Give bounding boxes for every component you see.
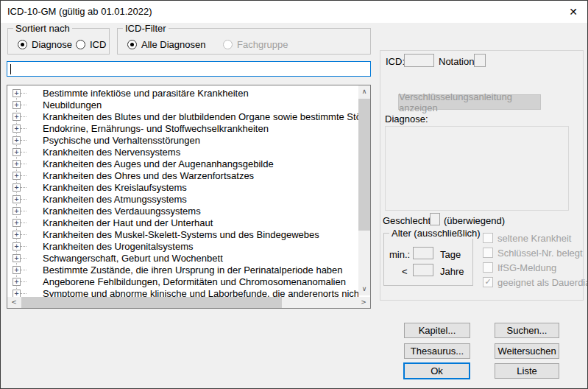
tree-connector: [21, 175, 26, 176]
icd-field: [404, 54, 434, 67]
tree-item-label: Krankheiten des Atmungssystems: [43, 194, 187, 205]
tree-item-label: Angeborene Fehlbildungen, Deformitäten u…: [43, 276, 346, 287]
tree-rows: Bestimmte infektiöse und parasitäre Kran…: [7, 85, 358, 297]
checkbox-label: Schlüssel-Nr. belegt: [497, 248, 583, 259]
expand-plus-icon[interactable]: [13, 183, 21, 192]
text-caret: [10, 64, 11, 74]
liste-button[interactable]: Liste: [495, 363, 559, 379]
tree-item[interactable]: Krankheiten des Auges und der Augenanhan…: [7, 158, 358, 169]
checkbox-label: geeignet als Dauerdia: [497, 277, 588, 288]
expand-plus-icon[interactable]: [13, 148, 21, 156]
scroll-left-icon[interactable]: <: [8, 297, 20, 308]
checkbox-label: seltene Krankheit: [497, 233, 571, 244]
filter-group-label: ICD-Filter: [123, 23, 169, 34]
expand-plus-icon[interactable]: [13, 136, 21, 144]
icd10-dialog: ICD-10-GM (gültig ab 01.01.2022) ✕ Sorti…: [0, 0, 588, 389]
ok-button[interactable]: Ok: [403, 362, 470, 379]
tree-item-label: Krankheiten des Auges und der Augenanhan…: [43, 158, 274, 169]
checkbox-icon: [483, 262, 493, 273]
flag-checkbox-row: IfSG-Meldung: [483, 260, 588, 275]
tree-connector: [21, 222, 26, 223]
tree-item[interactable]: Symptome und abnorme klinische und Labor…: [7, 287, 358, 297]
radio-icd-icon[interactable]: [76, 40, 85, 49]
tree-item-label: Endokrine, Ernährungs- und Stoffwechselk…: [43, 123, 269, 134]
geschlecht-label: Geschlecht:: [383, 215, 433, 226]
expand-plus-icon[interactable]: [13, 254, 21, 262]
tree-item[interactable]: Endokrine, Ernährungs- und Stoffwechselk…: [7, 122, 358, 134]
tree-connector: [21, 105, 26, 105]
tree-connector: [21, 281, 26, 282]
kapitel-button[interactable]: Kapitel...: [404, 323, 470, 338]
vertical-scrollbar[interactable]: ∧ ∨: [358, 85, 370, 295]
sort-groupbox: Sortiert nach Diagnose ICD: [7, 28, 110, 55]
tree-connector: [21, 128, 26, 129]
checkbox-icon: [483, 277, 493, 287]
tree-item[interactable]: Krankheiten des Kreislaufsystems: [7, 181, 358, 193]
tree-item[interactable]: Psychische und Verhaltensstörungen: [7, 134, 358, 146]
expand-plus-icon[interactable]: [13, 266, 21, 274]
checkbox-icon: [483, 248, 493, 258]
radio-icd[interactable]: ICD: [76, 39, 106, 50]
diagnose-label: Diagnose:: [385, 113, 428, 125]
expand-plus-icon[interactable]: [13, 278, 21, 286]
horizontal-scrollbar[interactable]: < >: [7, 297, 370, 308]
tree-item[interactable]: Krankheiten des Ohres und des Warzenfort…: [7, 169, 358, 181]
expand-plus-icon[interactable]: [13, 172, 21, 180]
tree-item[interactable]: Krankheiten des Blutes und der blutbilde…: [7, 111, 358, 122]
alter-min-field: [413, 247, 433, 259]
vertical-scrollbar-thumb[interactable]: [358, 99, 370, 231]
geschlecht-field: [430, 213, 440, 225]
flag-checkbox-list: seltene Krankheit Schlüssel-Nr. belegt I…: [483, 231, 588, 290]
suchen-button[interactable]: Suchen...: [495, 323, 559, 338]
tree-connector: [21, 234, 26, 235]
alter-max-label: <: [402, 266, 408, 277]
tree-item[interactable]: Krankheiten des Urogenitalsystems: [7, 240, 358, 252]
diagnosis-tree-list[interactable]: Bestimmte infektiöse und parasitäre Kran…: [7, 85, 371, 309]
expand-plus-icon[interactable]: [13, 242, 21, 250]
horizontal-scrollbar-thumb[interactable]: [21, 297, 282, 308]
expand-plus-icon[interactable]: [13, 219, 21, 227]
tree-item-label: Krankheiten des Nervensystems: [43, 147, 180, 158]
radio-alle-diagnosen[interactable]: Alle Diagnosen: [127, 39, 205, 50]
expand-plus-icon[interactable]: [13, 290, 21, 298]
expand-plus-icon[interactable]: [13, 207, 21, 215]
expand-plus-icon[interactable]: [13, 101, 21, 109]
tree-item[interactable]: Bestimmte Zustände, die ihren Ursprung i…: [7, 264, 358, 276]
scroll-up-icon[interactable]: ∧: [358, 86, 370, 97]
radio-diagnose-icon[interactable]: [18, 40, 27, 49]
thesaurus-button[interactable]: Thesaurus...: [404, 343, 470, 359]
tree-item[interactable]: Neubildungen: [7, 99, 358, 111]
diagnose-box: [385, 126, 569, 211]
tree-item[interactable]: Angeborene Fehlbildungen, Deformitäten u…: [7, 276, 358, 287]
expand-plus-icon[interactable]: [13, 125, 21, 133]
tree-item[interactable]: Krankheiten des Atmungssystems: [7, 193, 358, 205]
radio-diagnose[interactable]: Diagnose: [18, 39, 72, 50]
radio-alle-diagnosen-icon[interactable]: [127, 40, 137, 49]
weitersuchen-button[interactable]: Weitersuchen: [495, 343, 559, 359]
tree-connector: [21, 187, 26, 188]
radio-alle-diagnosen-label: Alle Diagnosen: [141, 39, 205, 50]
search-input[interactable]: [7, 61, 371, 77]
tree-item[interactable]: Bestimmte infektiöse und parasitäre Kran…: [7, 87, 358, 99]
tree-item[interactable]: Krankheiten des Verdauungssystems: [7, 205, 358, 217]
expand-plus-icon[interactable]: [13, 231, 21, 239]
tree-connector: [21, 152, 26, 153]
close-icon[interactable]: ✕: [564, 3, 582, 21]
tree-item[interactable]: Schwangerschaft, Geburt und Wochenbett: [7, 252, 358, 264]
expand-plus-icon[interactable]: [13, 195, 21, 203]
tree-item[interactable]: Krankheiten des Muskel-Skelett-Systems u…: [7, 228, 358, 240]
filter-groupbox: ICD-Filter Alle Diagnosen Fachgruppe: [117, 28, 371, 55]
tree-connector: [21, 93, 26, 94]
tree-item-label: Neubildungen: [43, 99, 102, 111]
expand-plus-icon[interactable]: [13, 89, 21, 97]
tree-connector: [21, 116, 26, 117]
expand-plus-icon[interactable]: [13, 113, 21, 121]
scroll-down-icon[interactable]: ∨: [358, 284, 370, 295]
icd-label: ICD:: [386, 56, 405, 67]
scroll-right-icon[interactable]: >: [358, 297, 369, 308]
expand-plus-icon[interactable]: [13, 160, 21, 168]
tree-item[interactable]: Krankheiten des Nervensystems: [7, 146, 358, 158]
tree-item[interactable]: Krankheiten der Haut und der Unterhaut: [7, 217, 358, 228]
sort-group-label: Sortiert nach: [13, 23, 72, 34]
tree-connector: [21, 164, 26, 164]
